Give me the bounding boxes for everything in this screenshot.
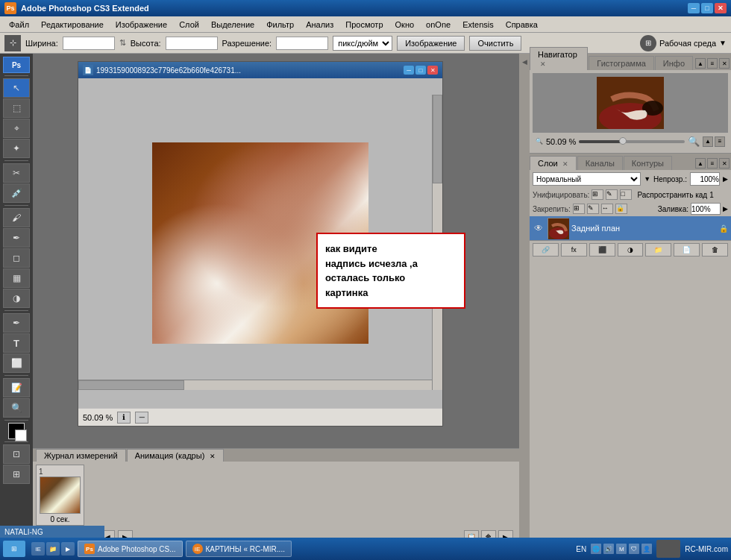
image-button[interactable]: Изображение bbox=[397, 36, 465, 51]
gradient-tool[interactable]: ▦ bbox=[3, 268, 30, 288]
menu-extensis[interactable]: Extensis bbox=[457, 19, 500, 31]
width-height-swap-icon[interactable]: ⇅ bbox=[119, 38, 126, 48]
frame-thumbnail bbox=[40, 476, 81, 514]
minimize-button[interactable]: ─ bbox=[688, 3, 700, 13]
menu-window[interactable]: Окно bbox=[389, 19, 421, 31]
nav-menu-btn[interactable]: ≡ bbox=[715, 136, 725, 147]
vertical-scrollbar-thumb[interactable] bbox=[433, 95, 442, 183]
zoom-slider[interactable] bbox=[579, 140, 685, 143]
layers-menu-btn[interactable]: ≡ bbox=[707, 158, 718, 169]
menu-help[interactable]: Справка bbox=[500, 19, 544, 31]
doc-maximize-btn[interactable]: □ bbox=[415, 66, 426, 75]
notes-tool[interactable]: 📝 bbox=[3, 378, 30, 397]
tab-journal[interactable]: Журнал измерений bbox=[36, 449, 126, 462]
layer-visibility-toggle[interactable]: 👁 bbox=[533, 222, 545, 234]
quick-mask-tool[interactable]: ⊡ bbox=[3, 444, 30, 464]
crop-tool[interactable]: ✂ bbox=[3, 163, 30, 183]
doc-close-btn[interactable]: ✕ bbox=[427, 66, 438, 75]
brush-tool[interactable]: 🖌 bbox=[3, 208, 30, 227]
resolution-input[interactable] bbox=[276, 37, 328, 50]
tab-paths[interactable]: Контуры bbox=[624, 156, 672, 170]
type-tool[interactable]: T bbox=[3, 333, 30, 353]
shape-tool[interactable]: ⬜ bbox=[3, 353, 30, 373]
magic-wand-tool[interactable]: ✦ bbox=[3, 139, 30, 158]
menu-analyze[interactable]: Анализ bbox=[300, 19, 339, 31]
eraser-tool[interactable]: ◻ bbox=[3, 248, 30, 268]
dodge-tool[interactable]: ◑ bbox=[3, 289, 30, 308]
taskbar-browser[interactable]: IE КАРТИНЫ « RC-MIR.... bbox=[186, 541, 292, 557]
menu-image[interactable]: Изображение bbox=[110, 19, 173, 31]
tab-info[interactable]: Инфо bbox=[655, 56, 693, 70]
layers-expand-btn[interactable]: ▲ bbox=[695, 158, 706, 169]
panel-close-btn[interactable]: ✕ bbox=[719, 58, 730, 69]
opacity-input[interactable] bbox=[690, 172, 720, 186]
lock-position-btn[interactable]: ↔ bbox=[601, 204, 613, 214]
panel-menu-btn[interactable]: ≡ bbox=[707, 58, 718, 69]
maximize-button[interactable]: □ bbox=[701, 3, 713, 13]
lock-transparent-btn[interactable]: ⊞ bbox=[573, 204, 585, 214]
move-tool[interactable]: ↖ bbox=[3, 78, 30, 98]
layer-mode-select[interactable]: Нормальный bbox=[533, 172, 641, 186]
clear-button[interactable]: Очистить bbox=[469, 36, 521, 51]
menu-file[interactable]: Файл bbox=[3, 19, 35, 31]
link-layers-btn[interactable]: 🔗 bbox=[533, 243, 559, 257]
zoom-out-btn[interactable]: ─ bbox=[135, 412, 148, 424]
layer-list: 👁 Задний план 🔒 bbox=[530, 216, 731, 240]
layers-tab-close[interactable]: ✕ bbox=[562, 160, 568, 168]
unify-btn-2[interactable]: ✎ bbox=[606, 189, 618, 200]
layers-bottom-bar: 🔗 fx ⬛ ◑ 📁 📄 🗑 bbox=[530, 240, 731, 259]
screen-mode-tool[interactable]: ⊞ bbox=[3, 465, 30, 484]
menu-edit[interactable]: Редактирование bbox=[35, 19, 110, 31]
menu-filter[interactable]: Фильтр bbox=[260, 19, 300, 31]
horizontal-scrollbar-thumb[interactable] bbox=[78, 380, 184, 390]
menu-layer[interactable]: Слой bbox=[173, 19, 205, 31]
doc-minimize-btn[interactable]: ─ bbox=[404, 66, 414, 75]
menu-select[interactable]: Выделение bbox=[205, 19, 260, 31]
resolution-unit-select[interactable]: пикс/дюйм bbox=[333, 36, 392, 51]
zoom-info-btn[interactable]: ℹ bbox=[117, 412, 131, 424]
lasso-tool[interactable]: ⌖ bbox=[3, 119, 30, 138]
panel-collapse-btn[interactable]: ◀ bbox=[519, 54, 530, 538]
layer-mask-btn[interactable]: ⬛ bbox=[589, 243, 615, 257]
layers-close-btn[interactable]: ✕ bbox=[719, 158, 730, 169]
tab-histogram[interactable]: Гистограмма bbox=[589, 56, 654, 70]
clone-tool[interactable]: ✒ bbox=[3, 228, 30, 248]
zoom-slider-thumb[interactable] bbox=[619, 137, 627, 145]
taskbar-photoshop[interactable]: Ps Adobe Photoshop CS... bbox=[78, 541, 183, 557]
tab-channels[interactable]: Каналы bbox=[577, 156, 623, 170]
new-adjustment-btn[interactable]: ◑ bbox=[618, 243, 644, 257]
horizontal-scrollbar[interactable] bbox=[78, 380, 432, 390]
navigator-tab-close[interactable]: ✕ bbox=[540, 60, 546, 68]
new-group-btn[interactable]: 📁 bbox=[645, 243, 671, 257]
fill-input[interactable] bbox=[691, 203, 721, 215]
height-input[interactable] bbox=[166, 37, 218, 50]
pen-tool[interactable]: ✒ bbox=[3, 313, 30, 333]
foreground-color[interactable] bbox=[8, 423, 25, 439]
tab-layers[interactable]: Слои ✕ bbox=[530, 156, 577, 170]
unify-btn-1[interactable]: ⊞ bbox=[592, 189, 603, 200]
selection-tool[interactable]: ⬚ bbox=[3, 98, 30, 118]
new-layer-btn[interactable]: 📄 bbox=[674, 243, 700, 257]
layer-row[interactable]: 👁 Задний план 🔒 bbox=[530, 216, 731, 240]
lock-all-btn[interactable]: 🔒 bbox=[615, 204, 627, 214]
layer-style-btn[interactable]: fx bbox=[561, 243, 587, 257]
panel-collapse-up[interactable]: ▲ bbox=[695, 58, 706, 69]
workspace-dropdown-icon[interactable]: ▼ bbox=[719, 39, 727, 47]
animation-tab-close[interactable]: ✕ bbox=[210, 453, 216, 460]
close-button[interactable]: ✕ bbox=[715, 3, 727, 13]
tab-navigator[interactable]: Навигатор ✕ bbox=[530, 47, 588, 70]
zoom-tool[interactable]: 🔍 bbox=[3, 398, 30, 418]
eyedropper-tool[interactable]: 💉 bbox=[3, 183, 30, 203]
width-input[interactable] bbox=[63, 37, 115, 50]
menu-onone[interactable]: onOne bbox=[420, 19, 457, 31]
tab-animation[interactable]: Анимация (кадры) ✕ bbox=[127, 449, 225, 462]
unify-btn-3[interactable]: □ bbox=[620, 189, 632, 200]
delete-layer-btn[interactable]: 🗑 bbox=[702, 243, 728, 257]
background-color[interactable] bbox=[15, 430, 27, 441]
menu-view[interactable]: Просмотр bbox=[339, 19, 389, 31]
opacity-dropdown-icon: ▶ bbox=[723, 175, 728, 183]
animation-frame-1[interactable]: 1 0 сек. bbox=[36, 465, 84, 526]
nav-expand-btn[interactable]: ▲ bbox=[703, 136, 713, 147]
start-button[interactable]: ⊞ bbox=[3, 541, 25, 557]
lock-image-btn[interactable]: ✎ bbox=[587, 204, 599, 214]
